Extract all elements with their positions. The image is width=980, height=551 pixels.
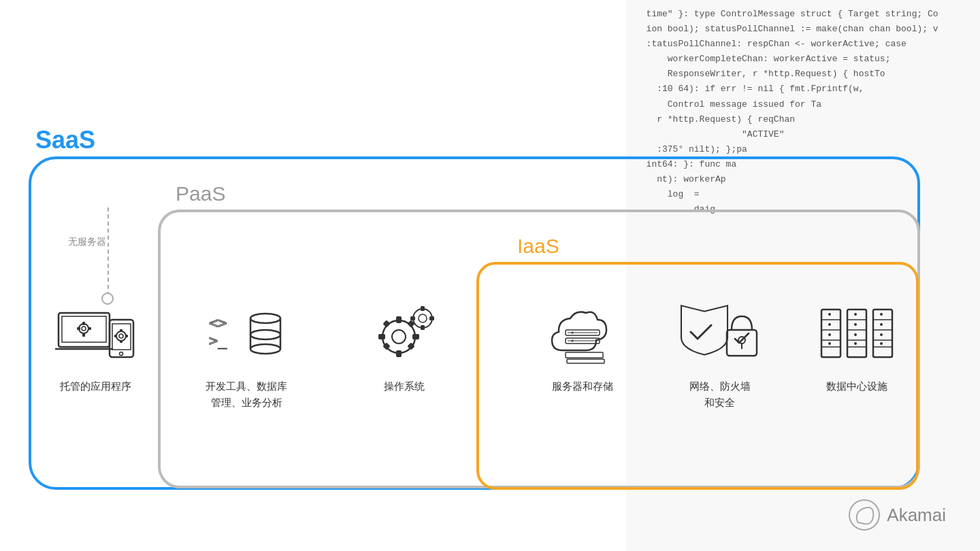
svg-text:<>: <> (209, 314, 227, 331)
dev-tools-label: 开发工具、数据库管理、业务分析 (206, 378, 287, 411)
svg-rect-37 (421, 306, 425, 311)
svg-point-77 (880, 333, 883, 336)
svg-rect-38 (421, 325, 425, 330)
server-storage-label: 服务器和存储 (552, 378, 613, 395)
svg-rect-40 (429, 316, 434, 320)
serverless-dashed-line (108, 207, 109, 296)
svg-point-22 (250, 344, 280, 354)
svg-rect-6 (82, 333, 85, 337)
icon-item-dev-tools: <> >_ 开发工具、数据库管理、业务分析 (178, 299, 316, 411)
svg-rect-17 (125, 335, 128, 337)
serverless-label: 无服务器 (68, 235, 106, 249)
svg-rect-46 (567, 359, 604, 363)
os-icon (363, 299, 445, 367)
datacenter-label: 数据中心设施 (826, 378, 887, 395)
svg-point-79 (849, 500, 879, 530)
svg-point-59 (828, 333, 831, 336)
icon-item-server-storage: 服务器和存储 (514, 299, 651, 395)
icon-item-os: 操作系统 (336, 299, 473, 395)
os-icon-box (363, 299, 445, 367)
akamai-logo-icon (847, 498, 881, 532)
saas-label: SaaS (35, 126, 95, 154)
svg-rect-5 (82, 322, 85, 325)
svg-point-3 (79, 324, 88, 333)
svg-point-48 (572, 340, 574, 342)
paas-label: PaaS (176, 182, 225, 205)
hosted-app-label: 托管的应用程序 (60, 378, 131, 395)
akamai-logo: Akamai (847, 498, 946, 532)
svg-rect-15 (120, 340, 122, 343)
svg-point-66 (854, 313, 857, 316)
svg-point-13 (119, 334, 123, 338)
svg-rect-45 (566, 352, 603, 358)
hosted-app-icon (55, 299, 137, 367)
dev-tools-icon: <> >_ (206, 299, 287, 367)
dev-tools-icon-box: <> >_ (206, 299, 287, 367)
server-storage-icon-box (542, 299, 623, 367)
icon-item-datacenter: 数据中心设施 (788, 299, 926, 395)
svg-rect-16 (114, 335, 117, 337)
svg-rect-61 (847, 310, 866, 357)
icon-item-hosted-app: 托管的应用程序 (27, 299, 165, 395)
server-storage-icon (542, 299, 623, 367)
svg-point-26 (392, 330, 406, 344)
svg-point-35 (413, 309, 432, 328)
svg-point-36 (419, 314, 427, 322)
svg-point-75 (880, 313, 883, 316)
svg-point-12 (116, 331, 126, 341)
svg-rect-14 (120, 329, 122, 332)
svg-rect-7 (77, 327, 80, 330)
akamai-brand-name: Akamai (887, 505, 946, 526)
svg-rect-70 (873, 310, 892, 357)
svg-point-67 (854, 323, 857, 326)
svg-point-58 (828, 323, 831, 326)
svg-rect-29 (378, 334, 385, 339)
icons-row: 托管的应用程序 <> >_ 开发工具、数据库管理、业务分析 (0, 299, 926, 411)
svg-rect-31 (382, 320, 390, 327)
datacenter-icon-box (816, 299, 898, 367)
svg-point-78 (880, 342, 883, 345)
svg-point-76 (880, 323, 883, 326)
network-security-icon (676, 299, 764, 367)
svg-point-69 (854, 342, 857, 345)
svg-rect-52 (821, 310, 840, 357)
network-security-label: 网络、防火墙和安全 (689, 378, 751, 411)
svg-rect-27 (396, 316, 402, 323)
svg-point-68 (854, 333, 857, 336)
icon-item-network-security: 网络、防火墙和安全 (651, 299, 789, 411)
svg-point-11 (119, 352, 122, 356)
svg-point-47 (572, 332, 574, 334)
hosted-app-icon-box (55, 299, 137, 367)
network-security-icon-box (679, 299, 761, 367)
diagram-area: SaaS PaaS IaaS 无服务器 (0, 0, 980, 551)
datacenter-icon (816, 299, 898, 367)
svg-rect-28 (396, 350, 402, 357)
svg-point-20 (250, 314, 280, 323)
svg-rect-1 (62, 316, 106, 342)
svg-rect-39 (410, 316, 415, 320)
iaas-label: IaaS (517, 235, 559, 258)
svg-point-4 (82, 327, 86, 331)
svg-point-60 (828, 342, 831, 345)
svg-rect-8 (88, 327, 91, 330)
svg-point-21 (250, 330, 280, 339)
svg-rect-30 (412, 334, 419, 339)
svg-text:>_: >_ (209, 332, 227, 349)
svg-point-57 (828, 313, 831, 316)
os-label: 操作系统 (384, 378, 425, 395)
